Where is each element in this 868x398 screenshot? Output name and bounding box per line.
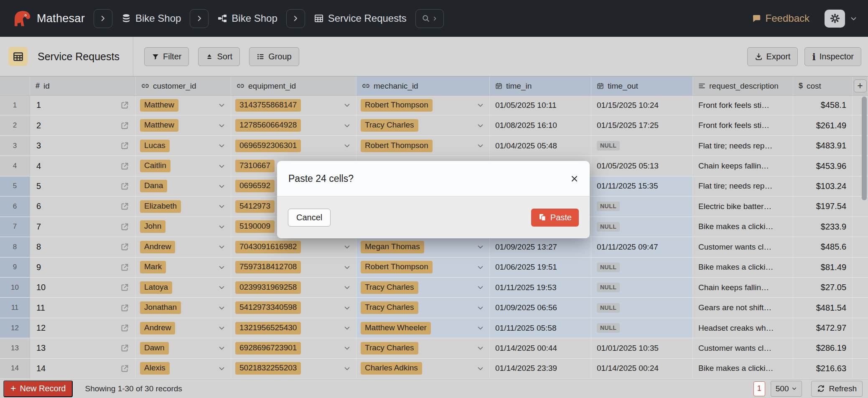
cell-time_in[interactable]: 01/08/2025 16:10 xyxy=(490,115,591,135)
fk-value-pill[interactable]: John xyxy=(140,220,165,233)
chevron-down-icon[interactable] xyxy=(344,365,351,372)
cell-equipment_id[interactable]: 0696592306301 xyxy=(231,136,356,156)
feedback-link[interactable]: Feedback xyxy=(752,13,809,24)
row-number-cell[interactable]: 1 xyxy=(0,95,30,115)
cell-time_in[interactable]: 01/14/2025 00:44 xyxy=(490,338,591,358)
fk-value-pill[interactable]: Tracy Charles xyxy=(361,119,418,132)
row-number-cell[interactable]: 14 xyxy=(0,359,30,379)
fk-value-pill[interactable]: Robert Thompson xyxy=(361,261,433,273)
cell-mechanic_id[interactable]: Tracy Charles xyxy=(356,115,490,135)
chevron-down-icon[interactable] xyxy=(218,304,225,311)
fk-value-pill[interactable]: 1278560664928 xyxy=(235,119,301,132)
column-header-time_out[interactable]: time_out xyxy=(591,77,693,96)
chevron-down-icon[interactable] xyxy=(218,344,225,352)
fk-value-pill[interactable]: Elizabeth xyxy=(140,200,181,213)
cell-time_out[interactable]: 01/01/2025 10:35 xyxy=(591,338,693,358)
cell-id[interactable]: 6 xyxy=(30,196,136,217)
column-header-id[interactable]: #id xyxy=(30,77,136,96)
cell-customer_id[interactable]: Lucas xyxy=(136,136,231,156)
page-size-select[interactable]: 500 xyxy=(771,381,802,397)
cell-mechanic_id[interactable]: Megan Thomas xyxy=(356,237,490,257)
filter-button[interactable]: Filter xyxy=(144,47,189,66)
chevron-down-icon[interactable] xyxy=(218,163,225,170)
open-record-icon[interactable] xyxy=(120,182,129,191)
chevron-down-icon[interactable] xyxy=(344,264,351,271)
cell-time_out[interactable]: NULL xyxy=(591,217,693,237)
row-number-cell[interactable]: 4 xyxy=(0,156,30,176)
vertical-scrollbar[interactable] xyxy=(862,97,867,376)
cell-request_description[interactable]: Customer wants cl… xyxy=(693,237,793,257)
cell-cost[interactable]: $453.96 xyxy=(793,156,853,176)
cell-time_out[interactable]: 01/15/2025 17:25 xyxy=(591,115,693,135)
fk-value-pill[interactable]: 7043091616982 xyxy=(235,241,301,253)
cell-time_in[interactable]: 01/11/2025 05:58 xyxy=(490,318,591,338)
cell-equipment_id[interactable]: 1278560664928 xyxy=(231,115,356,135)
settings-button[interactable] xyxy=(825,10,845,28)
row-number-cell[interactable]: 7 xyxy=(0,217,30,237)
column-header-time_in[interactable]: time_in xyxy=(490,77,591,96)
cell-time_in[interactable]: 01/09/2025 06:56 xyxy=(490,298,591,318)
cell-customer_id[interactable]: Caitlin xyxy=(136,156,231,176)
chevron-down-icon[interactable] xyxy=(218,284,225,291)
cell-request_description[interactable]: Flat tire; needs rep… xyxy=(693,136,793,156)
row-number-cell[interactable]: 10 xyxy=(0,278,30,298)
fk-value-pill[interactable]: Robert Thompson xyxy=(361,99,433,112)
paste-button[interactable]: Paste xyxy=(531,209,579,227)
fk-value-pill[interactable]: Charles Adkins xyxy=(361,362,422,375)
cell-customer_id[interactable]: Matthew xyxy=(136,115,231,135)
fk-value-pill[interactable]: 0696592306301 xyxy=(235,140,301,152)
cell-customer_id[interactable]: Andrew xyxy=(136,237,231,257)
column-header-customer_id[interactable]: customer_id xyxy=(136,77,231,96)
fk-value-pill[interactable]: Jonathan xyxy=(140,301,181,314)
cell-time_in[interactable]: 01/09/2025 13:27 xyxy=(490,237,591,257)
chevron-down-icon[interactable] xyxy=(218,142,225,149)
fk-value-pill[interactable]: 0696592 xyxy=(235,180,275,192)
chevron-down-icon[interactable] xyxy=(477,102,484,109)
cell-time_out[interactable]: 01/05/2025 05:13 xyxy=(591,156,693,176)
cell-time_in[interactable]: 01/11/2025 19:53 xyxy=(490,278,591,298)
chevron-down-icon[interactable] xyxy=(218,223,225,230)
chevron-down-icon[interactable] xyxy=(218,203,225,210)
cell-id[interactable]: 2 xyxy=(30,115,136,135)
fk-value-pill[interactable]: 5412973 xyxy=(235,200,275,213)
cell-mechanic_id[interactable]: Robert Thompson xyxy=(356,95,490,115)
fk-value-pill[interactable]: Latoya xyxy=(140,281,172,294)
chevron-down-icon[interactable] xyxy=(344,243,351,250)
settings-chevron-down-icon[interactable] xyxy=(850,15,857,22)
cell-request_description[interactable]: Electric bike batter… xyxy=(693,196,793,217)
chevron-down-icon[interactable] xyxy=(477,304,484,311)
cell-cost[interactable]: $483.91 xyxy=(793,136,853,156)
cell-cost[interactable]: $27.05 xyxy=(793,278,853,298)
cell-id[interactable]: 10 xyxy=(30,278,136,298)
cell-request_description[interactable]: Gears are not shift… xyxy=(693,298,793,318)
cell-time_out[interactable]: NULL xyxy=(591,196,693,217)
cell-request_description[interactable]: Customer wants cl… xyxy=(693,338,793,358)
cell-time_in[interactable]: 01/05/2025 10:11 xyxy=(490,95,591,115)
cell-customer_id[interactable]: Matthew xyxy=(136,95,231,115)
cell-request_description[interactable]: Front fork feels sti… xyxy=(693,95,793,115)
cell-customer_id[interactable]: Alexis xyxy=(136,359,231,379)
cell-mechanic_id[interactable]: Tracy Charles xyxy=(356,338,490,358)
cell-cost[interactable]: $458.1 xyxy=(793,95,853,115)
cell-cost[interactable]: $485.6 xyxy=(793,237,853,257)
cell-id[interactable]: 11 xyxy=(30,298,136,318)
cell-cost[interactable]: $261.49 xyxy=(793,115,853,135)
cell-request_description[interactable]: Chain keeps fallin… xyxy=(693,278,793,298)
open-record-icon[interactable] xyxy=(120,283,129,292)
open-record-icon[interactable] xyxy=(120,263,129,272)
chevron-down-icon[interactable] xyxy=(218,264,225,271)
fk-value-pill[interactable]: Matthew Wheeler xyxy=(361,322,431,334)
chevron-down-icon[interactable] xyxy=(344,344,351,352)
fk-value-pill[interactable]: Dana xyxy=(140,180,167,192)
cell-customer_id[interactable]: Latoya xyxy=(136,278,231,298)
fk-value-pill[interactable]: Alexis xyxy=(140,362,170,375)
cell-time_out[interactable]: 01/15/2025 10:24 xyxy=(591,95,693,115)
row-number-cell[interactable]: 12 xyxy=(0,318,30,338)
cell-equipment_id[interactable]: 7043091616982 xyxy=(231,237,356,257)
column-header-equipment_id[interactable]: equipment_id xyxy=(231,77,356,96)
chevron-down-icon[interactable] xyxy=(218,324,225,332)
cell-cost[interactable]: $233.9 xyxy=(793,217,853,237)
chevron-down-icon[interactable] xyxy=(218,183,225,190)
scrollbar-thumb[interactable] xyxy=(862,97,867,200)
chevron-down-icon[interactable] xyxy=(344,142,351,149)
